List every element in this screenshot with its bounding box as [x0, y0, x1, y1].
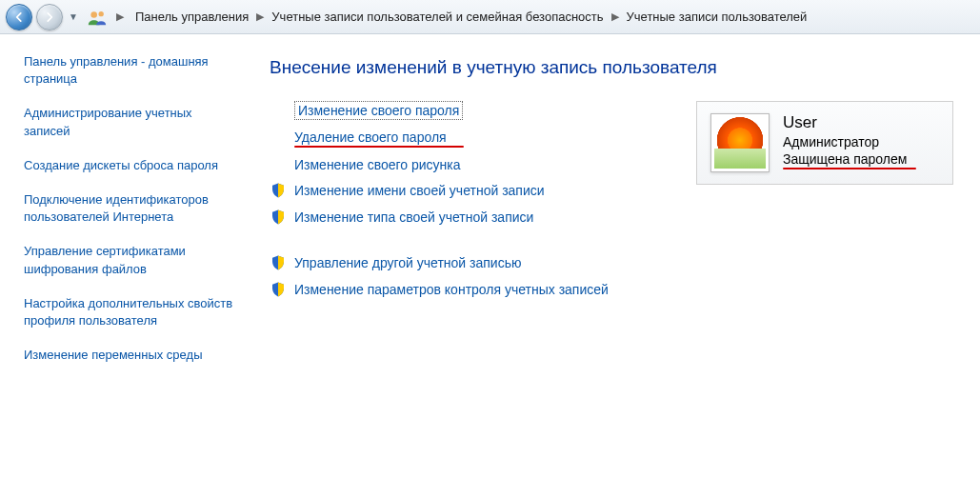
crumb-users-family[interactable]: Учетные записи пользователей и семейная …	[266, 6, 609, 28]
svg-point-1	[98, 11, 103, 16]
shield-icon	[270, 182, 287, 199]
sidebar-item-home[interactable]: Панель управления - домашняя страница	[24, 53, 233, 88]
main-panel: Внесение изменений в учетную запись поль…	[243, 34, 980, 478]
chevron-right-icon[interactable]: ▶	[254, 10, 266, 23]
content: Панель управления - домашняя страница Ад…	[0, 34, 980, 478]
svg-point-0	[90, 11, 97, 18]
avatar	[710, 113, 770, 172]
breadcrumb-root-arrow[interactable]: ▶	[114, 10, 126, 23]
page-title: Внесение изменений в учетную запись поль…	[270, 57, 953, 78]
back-button[interactable]	[6, 4, 32, 30]
action-change-name[interactable]: Изменение имени своей учетной записи	[294, 183, 545, 198]
action-change-password[interactable]: Изменение своего пароля	[294, 101, 463, 120]
crumb-user-accounts[interactable]: Учетные записи пользователей	[621, 6, 813, 28]
shield-icon	[270, 281, 287, 298]
sidebar-item-reset-disk[interactable]: Создание дискеты сброса пароля	[24, 157, 233, 174]
sidebar-item-env-vars[interactable]: Изменение переменных среды	[24, 347, 233, 364]
toolbar: ▼ ▶ Панель управления ▶ Учетные записи п…	[0, 0, 980, 34]
action-uac-settings[interactable]: Изменение параметров контроля учетных за…	[294, 282, 609, 297]
chevron-right-icon[interactable]: ▶	[610, 10, 621, 23]
shield-icon	[270, 209, 287, 226]
sidebar-item-certificates[interactable]: Управление сертификатами шифрования файл…	[24, 243, 233, 277]
history-dropdown[interactable]: ▼	[67, 11, 80, 22]
sidebar: Панель управления - домашняя страница Ад…	[0, 34, 243, 478]
action-change-picture[interactable]: Изменение своего рисунка	[294, 157, 461, 172]
arrow-left-icon	[12, 10, 26, 24]
action-manage-other[interactable]: Управление другой учетной записью	[294, 255, 521, 270]
annotation-underline	[783, 168, 916, 169]
action-delete-password[interactable]: Удаление своего пароля	[294, 129, 447, 145]
breadcrumb: Панель управления ▶ Учетные записи польз…	[130, 6, 812, 28]
account-name: User	[783, 113, 907, 132]
account-card: User Администратор Защищена паролем	[696, 101, 953, 185]
sidebar-item-online-ids[interactable]: Подключение идентификаторов пользователе…	[24, 191, 233, 226]
crumb-control-panel[interactable]: Панель управления	[130, 6, 254, 28]
avatar-image	[714, 117, 766, 169]
sidebar-item-admin-accounts[interactable]: Администрирование учетных записей	[24, 105, 233, 139]
sidebar-item-profile-props[interactable]: Настройка дополнительных свойств профиля…	[24, 295, 233, 329]
forward-button[interactable]	[36, 4, 63, 30]
action-change-type[interactable]: Изменение типа своей учетной записи	[294, 209, 533, 225]
account-protected: Защищена паролем	[783, 151, 907, 167]
shield-icon	[270, 254, 287, 271]
annotation-underline	[294, 146, 464, 148]
account-role: Администратор	[783, 134, 907, 149]
user-accounts-icon	[88, 8, 107, 27]
actions-list: Изменение своего пароля Удаление своего …	[270, 101, 677, 308]
arrow-right-icon	[43, 10, 56, 24]
